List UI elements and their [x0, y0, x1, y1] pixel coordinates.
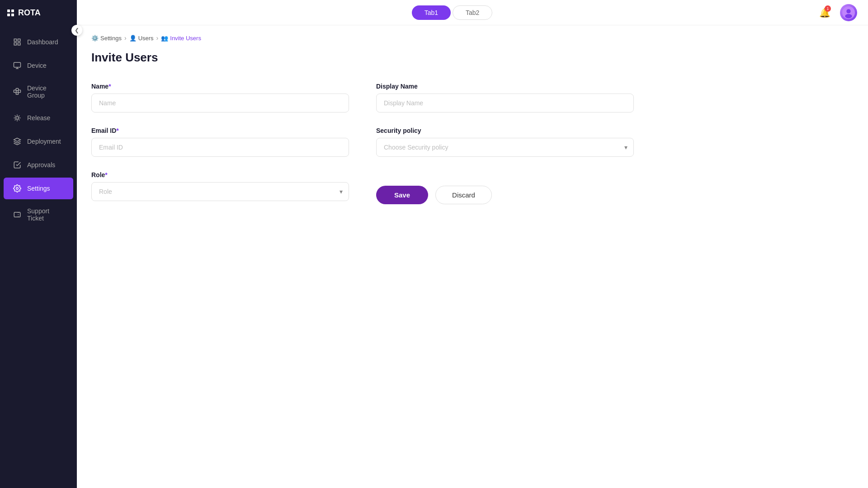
support-ticket-icon — [13, 210, 22, 219]
top-tab-2[interactable]: Tab2 — [453, 5, 492, 20]
breadcrumb-sep-1: › — [124, 34, 127, 42]
security-policy-label: Security policy — [376, 127, 634, 134]
avatar[interactable] — [840, 4, 857, 21]
deployment-icon — [13, 137, 22, 146]
sidebar-item-label: Approvals — [27, 161, 55, 169]
svg-rect-2 — [14, 43, 16, 45]
email-input[interactable] — [91, 138, 349, 157]
security-policy-select[interactable]: Choose Security policy — [376, 138, 634, 157]
sidebar-item-label: Dashboard — [27, 38, 58, 46]
sidebar-item-approvals[interactable]: Approvals — [4, 154, 73, 176]
device-icon — [13, 61, 22, 70]
svg-rect-1 — [18, 39, 20, 41]
top-tab-1[interactable]: Tab1 — [412, 5, 451, 20]
security-policy-field-group: Security policy Choose Security policy ▾ — [376, 127, 634, 157]
settings-breadcrumb-icon: ⚙️ — [91, 35, 99, 42]
name-input[interactable] — [91, 94, 349, 113]
breadcrumb-users[interactable]: 👤 Users — [129, 35, 154, 42]
page-content: ⚙️ Settings › 👤 Users › 👥 Invite Users I… — [77, 25, 868, 488]
main-content: Tab1 Tab2 🔔 1 ⚙️ Settings › — [77, 0, 868, 488]
sidebar-item-label: Deployment — [27, 138, 61, 145]
svg-rect-10 — [16, 93, 18, 94]
dashboard-icon — [13, 38, 22, 47]
role-select-wrapper: Role ▾ — [91, 182, 349, 201]
sidebar-item-device[interactable]: Device — [4, 55, 73, 76]
svg-point-12 — [16, 188, 19, 190]
name-label: Name* — [91, 83, 349, 90]
notification-button[interactable]: 🔔 1 — [816, 5, 833, 21]
logo-dots-icon — [7, 9, 14, 17]
topbar-actions: 🔔 1 — [816, 4, 857, 21]
invite-users-form: Name* Display Name Email ID* Security po… — [91, 83, 634, 204]
breadcrumb: ⚙️ Settings › 👤 Users › 👥 Invite Users — [91, 34, 854, 42]
svg-point-11 — [16, 117, 19, 119]
display-name-field-group: Display Name — [376, 83, 634, 113]
discard-button[interactable]: Discard — [435, 186, 492, 204]
users-breadcrumb-icon: 👤 — [129, 35, 137, 42]
name-field-group: Name* — [91, 83, 349, 113]
svg-rect-3 — [18, 43, 20, 45]
sidebar-item-settings[interactable]: Settings — [4, 178, 73, 199]
display-name-input[interactable] — [376, 94, 634, 113]
email-label: Email ID* — [91, 127, 349, 134]
sidebar-item-dashboard[interactable]: Dashboard — [4, 31, 73, 53]
email-required: * — [116, 127, 118, 134]
security-policy-select-wrapper: Choose Security policy ▾ — [376, 138, 634, 157]
email-field-group: Email ID* — [91, 127, 349, 157]
role-label: Role* — [91, 171, 349, 178]
save-button[interactable]: Save — [376, 186, 428, 204]
breadcrumb-settings[interactable]: ⚙️ Settings — [91, 35, 122, 42]
sidebar-item-label: Release — [27, 114, 50, 122]
sidebar-item-support-ticket[interactable]: Support Ticket — [4, 201, 73, 228]
sidebar-item-deployment[interactable]: Deployment — [4, 131, 73, 152]
release-icon — [13, 113, 22, 122]
breadcrumb-current: 👥 Invite Users — [161, 35, 201, 42]
app-name: ROTA — [18, 8, 41, 18]
svg-rect-4 — [14, 62, 21, 67]
sidebar-item-label: Settings — [27, 185, 50, 192]
role-required: * — [105, 171, 107, 178]
device-group-icon — [13, 87, 22, 96]
sidebar-item-label: Support Ticket — [27, 207, 64, 222]
svg-rect-0 — [14, 39, 16, 41]
svg-point-14 — [846, 9, 850, 13]
role-select[interactable]: Role — [91, 182, 349, 201]
role-field-group: Role* Role ▾ — [91, 171, 349, 204]
form-actions-group: Save Discard — [376, 171, 634, 204]
sidebar-item-label: Device — [27, 62, 47, 69]
invite-users-breadcrumb-icon: 👥 — [161, 35, 168, 42]
app-logo: ROTA — [0, 0, 77, 26]
topbar: Tab1 Tab2 🔔 1 — [77, 0, 868, 25]
settings-icon — [13, 184, 22, 193]
display-name-label: Display Name — [376, 83, 634, 90]
sidebar: ROTA Dashboard Device Device Group Relea… — [0, 0, 77, 488]
name-required: * — [108, 83, 111, 90]
sidebar-collapse-button[interactable]: ❮ — [71, 25, 82, 36]
page-title: Invite Users — [91, 51, 854, 65]
approvals-icon — [13, 160, 22, 169]
sidebar-nav: Dashboard Device Device Group Release De… — [0, 26, 77, 488]
svg-point-15 — [845, 14, 852, 18]
breadcrumb-sep-2: › — [156, 34, 159, 42]
avatar-image — [842, 6, 855, 19]
sidebar-item-label: Device Group — [27, 84, 64, 99]
notification-badge: 1 — [825, 5, 831, 12]
sidebar-item-release[interactable]: Release — [4, 107, 73, 129]
form-actions: Save Discard — [376, 186, 634, 204]
sidebar-item-device-group[interactable]: Device Group — [4, 78, 73, 105]
